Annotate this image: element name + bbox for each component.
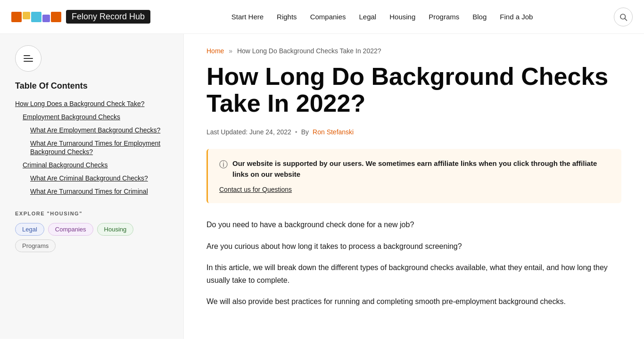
toc-title: Table Of Contents <box>15 81 168 91</box>
nav-housing[interactable]: Housing <box>389 13 415 21</box>
nav-rights[interactable]: Rights <box>277 13 297 21</box>
logo-normal: Hub <box>127 12 145 21</box>
toc-link-6[interactable]: What Are Criminal Background Checks? <box>30 174 148 182</box>
body-paragraph-1: Do you need to have a background check d… <box>206 218 621 231</box>
article-author-link[interactable]: Ron Stefanski <box>313 128 354 136</box>
search-icon <box>619 13 627 21</box>
main-nav: Start Here Rights Companies Legal Housin… <box>231 13 533 21</box>
tag-legal[interactable]: Legal <box>15 223 44 236</box>
breadcrumb-home[interactable]: Home <box>206 47 224 55</box>
article-meta: Last Updated: June 24, 2022 • By Ron Ste… <box>206 128 621 136</box>
list-item: How Long Does a Background Check Take? <box>15 99 168 108</box>
tag-companies[interactable]: Companies <box>48 223 93 236</box>
logo-sq-3 <box>31 12 41 22</box>
explore-section: Explore "Housing" Legal Companies Housin… <box>15 211 168 252</box>
main-content: Home » How Long Do Background Checks Tak… <box>184 34 644 339</box>
list-item: What Are Employment Background Checks? <box>30 126 168 134</box>
body-paragraph-2: Are you curious about how long it takes … <box>206 240 621 253</box>
logo-bold: Felony Record <box>72 12 127 21</box>
info-box: ⓘ Our website is supported by our users.… <box>206 149 621 203</box>
list-item: What Are Criminal Background Checks? <box>30 174 168 182</box>
article-date: Last Updated: June 24, 2022 <box>206 128 291 136</box>
logo-sq-2 <box>23 12 30 19</box>
nav-legal[interactable]: Legal <box>359 13 377 21</box>
tag-programs[interactable]: Programs <box>15 239 56 252</box>
site-logo[interactable]: Felony Record Hub <box>11 10 150 24</box>
logo-icon-group <box>11 12 61 22</box>
nav-blog[interactable]: Blog <box>472 13 487 21</box>
list-item: Employment Background Checks <box>23 113 168 121</box>
toc-link-5[interactable]: Criminal Background Checks <box>23 161 108 169</box>
hamburger-icon <box>24 55 33 62</box>
breadcrumb-current: How Long Do Background Checks Take In 20… <box>237 47 381 55</box>
site-header: Felony Record Hub Start Here Rights Comp… <box>0 0 644 34</box>
nav-companies[interactable]: Companies <box>310 13 346 21</box>
nav-find-a-job[interactable]: Find a Job <box>500 13 533 21</box>
tag-housing[interactable]: Housing <box>97 223 134 236</box>
list-item: What Are Turnaround Times for Criminal <box>30 187 168 196</box>
meta-dot: • <box>295 128 297 136</box>
list-item: What Are Turnaround Times for Employment… <box>30 139 168 156</box>
toc-link-3[interactable]: What Are Employment Background Checks? <box>30 126 160 134</box>
logo-sq-1 <box>11 12 22 22</box>
toc-toggle-button[interactable] <box>15 45 41 72</box>
info-box-contact-link[interactable]: Contact us for Questions <box>219 186 292 193</box>
info-box-link: Contact us for Questions <box>219 185 610 194</box>
article-body: Do you need to have a background check d… <box>206 218 621 308</box>
breadcrumb-separator: » <box>229 47 232 55</box>
nav-start-here[interactable]: Start Here <box>231 13 264 21</box>
toc-link-1[interactable]: How Long Does a Background Check Take? <box>15 100 144 107</box>
body-paragraph-3: In this article, we will break down the … <box>206 261 621 287</box>
explore-tags: Legal Companies Housing Programs <box>15 223 168 252</box>
toc-link-7[interactable]: What Are Turnaround Times for Criminal <box>30 188 148 195</box>
toc-link-2[interactable]: Employment Background Checks <box>23 113 120 121</box>
nav-programs[interactable]: Programs <box>429 13 459 21</box>
info-box-text: Our website is supported by our users. W… <box>232 158 610 180</box>
info-circle-icon: ⓘ <box>219 159 228 170</box>
page-container: Table Of Contents How Long Does a Backgr… <box>0 34 644 339</box>
logo-sq-4 <box>42 15 50 22</box>
search-button[interactable] <box>614 8 633 26</box>
logo-text: Felony Record Hub <box>66 10 150 24</box>
body-paragraph-4: We will also provide best practices for … <box>206 295 621 308</box>
info-box-header: ⓘ Our website is supported by our users.… <box>219 158 610 180</box>
breadcrumb: Home » How Long Do Background Checks Tak… <box>206 47 621 55</box>
toc-link-4[interactable]: What Are Turnaround Times for Employment… <box>30 140 160 156</box>
sidebar: Table Of Contents How Long Does a Backgr… <box>0 34 184 339</box>
toc-list: How Long Does a Background Check Take? E… <box>15 99 168 196</box>
article-by: By <box>301 128 309 136</box>
logo-sq-5 <box>51 12 61 22</box>
article-title: How Long Do Background Checks Take In 20… <box>206 63 621 117</box>
explore-title: Explore "Housing" <box>15 211 168 216</box>
svg-line-1 <box>625 18 627 20</box>
list-item: Criminal Background Checks <box>23 161 168 169</box>
